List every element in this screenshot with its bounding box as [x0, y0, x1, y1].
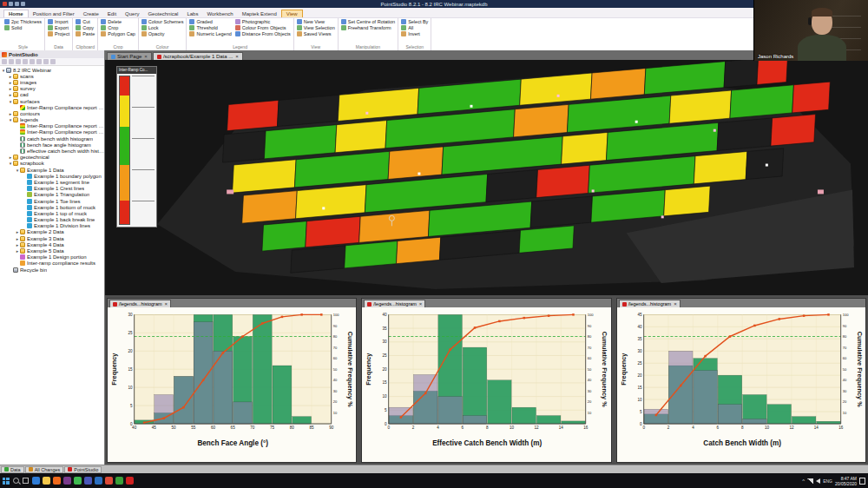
action-center-icon[interactable]: [859, 478, 865, 485]
polygon-cap-button[interactable]: Polygon Cap: [101, 31, 135, 36]
select-by-button[interactable]: Select By: [401, 19, 428, 24]
numeric-legend-button[interactable]: Numeric Legend: [189, 31, 231, 36]
onenote-taskbar-icon[interactable]: [63, 477, 71, 485]
tree-item-example-1-toe-lines[interactable]: Example 1 Toe lines: [0, 198, 104, 204]
tree-item-8-2-irc-webinar[interactable]: ▾8.2 IRC Webinar: [0, 67, 104, 73]
tree-item-example-5-data[interactable]: ▸Example 5 Data: [0, 247, 104, 254]
explorer-toolbar-icon[interactable]: [30, 59, 35, 64]
tree-item-example-1-crest-lines[interactable]: Example 1 Crest lines: [0, 186, 104, 192]
import-button[interactable]: Import: [48, 19, 69, 24]
volume-icon[interactable]: [816, 478, 820, 484]
invert-button[interactable]: Invert: [401, 31, 428, 36]
tree-item-example-1-triangulation[interactable]: Example 1 Triangulation: [0, 192, 104, 198]
network-icon[interactable]: [807, 478, 813, 484]
opacity-button[interactable]: Opacity: [141, 31, 184, 36]
close-icon[interactable]: ×: [235, 54, 239, 59]
close-icon[interactable]: ×: [419, 301, 423, 307]
new-view-button[interactable]: New View: [297, 19, 335, 24]
pointstudio-taskbar-icon[interactable]: [126, 477, 134, 485]
viewport-tab-start-page[interactable]: Start Page×: [107, 52, 152, 60]
tree-item-inter-ramp-compliance-report-bfa-legend[interactable]: Inter-Ramp Compliance report BFA legend: [0, 129, 104, 135]
ribbon-tab-edit[interactable]: Edit: [103, 10, 121, 17]
pit-mesh-3d[interactable]: [105, 60, 868, 295]
ribbon-tab-query[interactable]: Query: [121, 10, 143, 17]
colour-legend[interactable]: Inter-Ramp Co...: [116, 66, 157, 228]
whatsapp-taskbar-icon[interactable]: [74, 477, 82, 485]
explorer-toolbar-icon[interactable]: [23, 59, 28, 64]
explorer-toolbar-icon[interactable]: [36, 59, 42, 64]
status-tab-data[interactable]: Data: [1, 466, 24, 473]
tree-item-inter-ramp-compliance-results[interactable]: Inter-ramp compliance results: [0, 260, 104, 267]
file-explorer-taskbar-icon[interactable]: [43, 477, 50, 485]
tree-item-geotechnical[interactable]: ▸geotechnical: [0, 155, 104, 161]
tree-item-example-4-data[interactable]: ▸Example 4 Data: [0, 241, 104, 247]
ribbon-tab-labs[interactable]: Labs: [182, 10, 202, 17]
viewport-tab-scrapbook-example-1-data[interactable]: /scrapbook/Example 1 Data ...×: [153, 52, 243, 60]
chart-view[interactable]: 0510152025303540451020304050607080901000…: [617, 307, 865, 462]
tree-item-catch-bench-width-histogram[interactable]: catch bench width histogram: [0, 135, 104, 142]
tree-item-inter-ramp-compliance-report-coloured-su[interactable]: Inter-Ramp Compliance report coloured su…: [0, 104, 104, 110]
chart-tab[interactable]: /legends...histogram×: [364, 300, 425, 307]
ribbon-tab-maptek-extend[interactable]: Maptek Extend: [238, 10, 281, 17]
start-button[interactable]: [3, 478, 10, 485]
chrome-taskbar-icon[interactable]: [105, 477, 113, 485]
taskbar-clock[interactable]: 8:47 AM 20/05/2020: [835, 476, 857, 486]
tree-item-surfaces[interactable]: ▾surfaces: [0, 98, 104, 104]
chart-view[interactable]: 0510152025303540102030405060708090100024…: [362, 307, 610, 462]
cut-button[interactable]: Cut: [76, 19, 95, 24]
graded-button[interactable]: Graded: [189, 19, 231, 24]
tree-item-cad[interactable]: ▸cad: [0, 92, 104, 98]
close-icon[interactable]: ×: [144, 54, 148, 59]
tree-item-legends[interactable]: ▾legends: [0, 117, 104, 123]
chart-tab[interactable]: /legends...histogram×: [619, 300, 681, 307]
status-tab-all-changes[interactable]: All Changes: [25, 466, 64, 473]
lock-button[interactable]: Lock: [141, 25, 184, 30]
ribbon-tab-create[interactable]: Create: [79, 10, 103, 17]
status-tab-pointstudio[interactable]: PointStudio: [64, 466, 102, 473]
tree-item-example-1-segment-line[interactable]: Example 1 segment line: [0, 179, 104, 185]
tree-item-example-1-division-lines[interactable]: Example 1 Division lines: [0, 223, 104, 229]
search-icon[interactable]: [13, 478, 19, 484]
ribbon-tab-position-and-filter[interactable]: Position and Filter: [29, 10, 79, 17]
saved-views-button[interactable]: Saved Views: [297, 31, 335, 36]
viewport-canvas[interactable]: Inter-Ramp Co...: [105, 60, 868, 295]
freehand-transform-button[interactable]: Freehand Transform: [341, 25, 395, 30]
crop-button[interactable]: Crop: [101, 25, 135, 30]
tree-item-recycle-bin[interactable]: Recycle bin: [0, 267, 104, 273]
tree-item-contours[interactable]: ▸contours: [0, 110, 104, 116]
explorer-toolbar-icon[interactable]: [9, 59, 14, 64]
ribbon-tab-view[interactable]: View: [281, 10, 303, 17]
tree-item-example-1-design-portion[interactable]: Example 1 Design portion: [0, 254, 104, 260]
colour-from-objects-button[interactable]: Colour From Objects: [235, 25, 291, 30]
ribbon-tab-workbench[interactable]: Workbench: [202, 10, 237, 17]
copy-button[interactable]: Copy: [76, 25, 95, 30]
tree-item-scans[interactable]: ▸scans: [0, 73, 104, 79]
task-view-icon[interactable]: [23, 478, 29, 484]
project-button[interactable]: Project: [48, 31, 69, 36]
close-icon[interactable]: ×: [165, 301, 168, 307]
set-centre-of-rotation-button[interactable]: Set Centre of Rotation: [341, 19, 395, 24]
tree-item-images[interactable]: ▸images: [0, 79, 104, 85]
language-indicator[interactable]: ENG: [823, 478, 832, 484]
explorer-toolbar-icon[interactable]: [50, 59, 56, 64]
undo-icon[interactable]: [15, 2, 19, 6]
explorer-toolbar-icon[interactable]: [2, 59, 7, 64]
export-button[interactable]: Export: [48, 25, 69, 30]
paste-button[interactable]: Paste: [76, 31, 95, 36]
chart-tab[interactable]: /legends...histogram×: [109, 300, 171, 307]
tree-item-example-1-boundary-polygon[interactable]: Example 1 boundary polygon: [0, 173, 104, 179]
tray-expand-icon[interactable]: ^: [802, 478, 805, 484]
teams-taskbar-icon[interactable]: [84, 477, 92, 485]
tree-item-scrapbook[interactable]: ▾scrapbook: [0, 161, 104, 167]
tree-item-survey[interactable]: ▸survey: [0, 86, 104, 92]
delete-button[interactable]: Delete: [101, 19, 135, 24]
tree-item-bench-face-angle-histogram[interactable]: bench face angle histogram: [0, 142, 104, 148]
save-icon[interactable]: [9, 2, 13, 6]
solid-button[interactable]: Solid: [4, 25, 42, 30]
tree-item-example-1-top-of-muck[interactable]: Example 1 top of muck: [0, 210, 104, 216]
firefox-taskbar-icon[interactable]: [53, 477, 61, 485]
view-selection-button[interactable]: View Selection: [297, 25, 335, 30]
threshold-button[interactable]: Threshold: [189, 25, 231, 30]
tree-item-example-2-data[interactable]: ▸Example 2 Data: [0, 229, 104, 235]
tree-item-example-1-back-break-line[interactable]: Example 1 back break line: [0, 217, 104, 223]
